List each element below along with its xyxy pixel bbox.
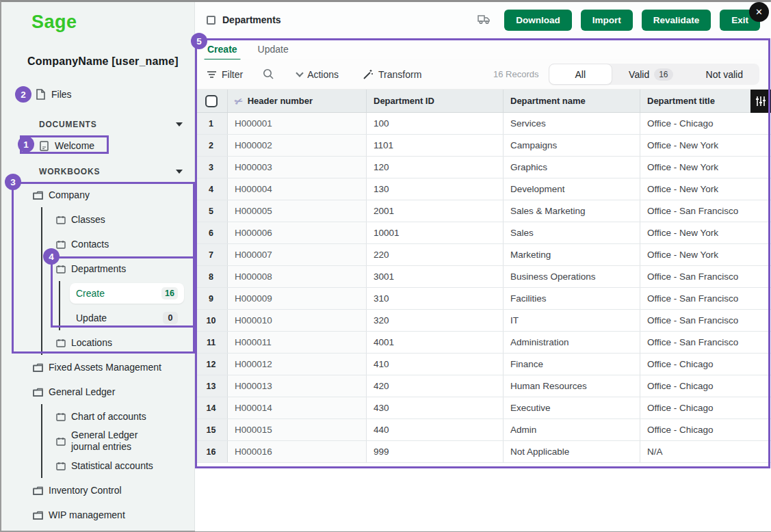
cell-department-id[interactable]: 430 (367, 397, 504, 418)
cell-header-number[interactable]: H000013 (228, 375, 367, 397)
cell-department-id[interactable]: 100 (367, 113, 504, 134)
download-button[interactable]: Download (504, 10, 572, 31)
row-number-cell[interactable]: 5 (195, 200, 228, 222)
column-header-header-number[interactable]: ✂ Header number (228, 90, 367, 112)
cell-department-name[interactable]: Sales & Marketing (504, 200, 640, 222)
cell-department-name[interactable]: Not Applicable (504, 441, 640, 462)
cell-department-title[interactable]: Office - New York (640, 244, 771, 265)
sidebar-item-classes[interactable]: Classes (42, 207, 195, 232)
cell-department-name[interactable]: Campaigns (504, 135, 640, 156)
cell-department-title[interactable]: Office - Chicago (640, 375, 771, 397)
workbooks-section-header[interactable]: WORKBOOKS (39, 167, 183, 176)
cell-header-number[interactable]: H000008 (228, 266, 367, 287)
cell-department-title[interactable]: Office - New York (640, 157, 771, 178)
close-button[interactable]: ✕ (749, 2, 769, 22)
cell-department-id[interactable]: 440 (367, 419, 504, 440)
row-number-cell[interactable]: 8 (195, 266, 228, 287)
column-settings-button[interactable] (750, 90, 771, 113)
row-number-cell[interactable]: 11 (195, 332, 228, 353)
cell-department-title[interactable]: Office - New York (640, 178, 771, 200)
sidebar-item-chart-of-accounts[interactable]: Chart of accounts (42, 404, 195, 429)
transform-button[interactable]: Transform (363, 69, 421, 80)
sidebar-item-wip-management[interactable]: WIP management (1, 503, 195, 527)
revalidate-button[interactable]: Revalidate (642, 10, 711, 31)
sidebar-item-fixed-assets-management[interactable]: Fixed Assets Management (1, 355, 195, 380)
cell-header-number[interactable]: H000014 (228, 397, 367, 418)
cell-department-id[interactable]: 999 (367, 441, 504, 462)
update-pill[interactable]: Update0 (70, 308, 184, 328)
cell-department-id[interactable]: 410 (367, 354, 504, 375)
column-header-department-name[interactable]: Department name (504, 90, 640, 112)
cell-department-id[interactable]: 130 (367, 178, 504, 200)
row-number-cell[interactable]: 14 (195, 397, 228, 418)
sidebar-item-inventory-control[interactable]: Inventory Control (1, 478, 195, 503)
row-number-cell[interactable]: 16 (195, 441, 228, 462)
cell-header-number[interactable]: H000006 (228, 222, 367, 243)
cell-department-id[interactable]: 220 (367, 244, 504, 265)
cell-department-id[interactable]: 4001 (367, 332, 504, 353)
cell-department-title[interactable]: Office - Chicago (640, 113, 771, 134)
row-number-cell[interactable]: 6 (195, 222, 228, 243)
cell-department-name[interactable]: IT (504, 310, 640, 331)
sidebar-item-files[interactable]: Files (36, 85, 72, 103)
actions-button[interactable]: Actions (297, 69, 339, 80)
cell-header-number[interactable]: H000010 (228, 310, 367, 331)
cell-department-name[interactable]: Graphics (504, 157, 640, 178)
cell-header-number[interactable]: H000007 (228, 244, 367, 265)
create-pill[interactable]: Create16 (70, 283, 184, 304)
cell-header-number[interactable]: H000015 (228, 419, 367, 440)
filter-button[interactable]: Filter (207, 69, 243, 80)
cell-department-name[interactable]: Business Operations (504, 266, 640, 287)
column-header-department-id[interactable]: Department ID (367, 90, 504, 112)
row-number-cell[interactable]: 2 (195, 135, 228, 156)
sidebar-item-general-ledger[interactable]: General Ledger (1, 380, 195, 404)
truck-icon[interactable] (477, 12, 492, 27)
segment-not-valid[interactable]: Not valid (690, 64, 759, 85)
cell-header-number[interactable]: H000016 (228, 441, 367, 462)
cell-header-number[interactable]: H000009 (228, 288, 367, 309)
cell-department-name[interactable]: Facilities (504, 288, 640, 309)
row-number-cell[interactable]: 9 (195, 288, 228, 309)
cell-header-number[interactable]: H000003 (228, 157, 367, 178)
row-number-cell[interactable]: 15 (195, 419, 228, 440)
cell-department-id[interactable]: 420 (367, 375, 504, 397)
row-number-cell[interactable]: 7 (195, 244, 228, 265)
documents-section-header[interactable]: DOCUMENTS (39, 120, 183, 129)
tab-update[interactable]: Update (254, 41, 292, 57)
cell-department-name[interactable]: Development (504, 178, 640, 200)
cell-department-title[interactable]: Office - Chicago (640, 419, 771, 440)
cell-department-id[interactable]: 3001 (367, 266, 504, 287)
cell-department-name[interactable]: Executive (504, 397, 640, 418)
segment-all[interactable]: All (549, 64, 613, 85)
cell-department-id[interactable]: 10001 (367, 222, 504, 243)
import-button[interactable]: Import (581, 10, 633, 31)
cell-department-name[interactable]: Services (504, 113, 640, 134)
cell-header-number[interactable]: H000005 (228, 200, 367, 222)
cell-department-id[interactable]: 2001 (367, 200, 504, 222)
sidebar-item-departments[interactable]: Departments (42, 256, 195, 281)
cell-department-title[interactable]: Office - Chicago (640, 354, 771, 375)
cell-department-id[interactable]: 1101 (367, 135, 504, 156)
sidebar-item-statistical-accounts[interactable]: Statistical accounts (42, 453, 195, 478)
cell-department-title[interactable]: Office - San Francisco (640, 310, 771, 331)
sidebar-item-company[interactable]: Company (1, 183, 195, 207)
cell-department-title[interactable]: Office - New York (640, 135, 771, 156)
cell-department-name[interactable]: Finance (504, 354, 640, 375)
cell-department-id[interactable]: 120 (367, 157, 504, 178)
cell-department-name[interactable]: Admin (504, 419, 640, 440)
tab-create[interactable]: Create (204, 41, 241, 57)
sidebar-item-update[interactable]: Update0 (60, 306, 195, 330)
cell-department-title[interactable]: Office - San Francisco (640, 332, 771, 353)
sidebar-item-locations[interactable]: Locations (42, 330, 195, 355)
cell-header-number[interactable]: H000012 (228, 354, 367, 375)
sidebar-item-contacts[interactable]: Contacts (42, 232, 195, 256)
cell-department-name[interactable]: Sales (504, 222, 640, 243)
row-number-cell[interactable]: 4 (195, 178, 228, 200)
cell-department-title[interactable]: N/A (640, 441, 771, 462)
segment-valid[interactable]: Valid 16 (612, 64, 689, 85)
search-button[interactable] (263, 68, 274, 80)
cell-department-title[interactable]: Office - San Francisco (640, 266, 771, 287)
select-all-checkbox[interactable] (205, 95, 218, 107)
cell-department-title[interactable]: Office - Chicago (640, 397, 771, 418)
row-number-cell[interactable]: 12 (195, 354, 228, 375)
